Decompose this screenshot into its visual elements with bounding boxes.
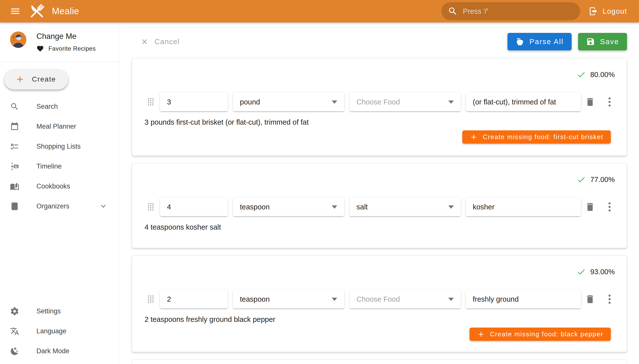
user-profile[interactable]: Change Me Favorite Recipes [0, 22, 119, 52]
sidebar-item-dark-mode[interactable]: Dark Mode [0, 341, 119, 361]
kebab-icon [604, 96, 615, 108]
ingredient-card-partial [132, 359, 627, 364]
logout-label: Logout [602, 7, 627, 16]
app-title: Mealie [52, 6, 79, 16]
create-missing-food-label: Create missing food: first-cut brisket [483, 133, 603, 141]
confidence-value: 80.00% [590, 70, 615, 79]
sidebar-item-organizers[interactable]: Organizers [0, 196, 119, 216]
search-input[interactable] [463, 7, 574, 16]
save-label: Save [600, 38, 619, 46]
logout-button[interactable]: Logout [589, 6, 627, 16]
drag-handle[interactable] [147, 98, 154, 106]
ingredient-card: 77.00% teaspoon [132, 163, 627, 248]
ingredient-fields-row: pound Choose Food [132, 93, 627, 111]
user-info: Change Me Favorite Recipes [37, 32, 96, 52]
sidebar-item-settings[interactable]: Settings [0, 301, 119, 321]
favorite-recipes-link[interactable]: Favorite Recipes [37, 45, 96, 52]
quantity-input[interactable] [167, 295, 221, 304]
delete-ingredient-button[interactable] [584, 292, 596, 306]
drag-handle[interactable] [147, 203, 154, 212]
food-value: salt [356, 203, 368, 211]
search-icon [10, 102, 19, 111]
food-select[interactable]: salt [349, 198, 461, 216]
chevron-down-icon [99, 202, 108, 211]
save-icon [586, 37, 595, 46]
header-search[interactable] [441, 2, 580, 20]
unit-value: teaspoon [240, 295, 270, 304]
check-icon [577, 70, 586, 79]
sidebar-item-shopping-lists[interactable]: Shopping Lists [0, 136, 119, 156]
check-icon [577, 267, 586, 276]
translate-icon [10, 326, 19, 336]
sidebar-nav: Search Meal Planner Shopping Lists [0, 96, 119, 216]
cancel-button[interactable]: Cancel [140, 38, 180, 46]
ingredient-menu-button[interactable] [603, 200, 616, 214]
kebab-icon [604, 201, 615, 213]
apple-icon [515, 37, 524, 46]
trash-icon [585, 97, 595, 107]
unit-select[interactable]: teaspoon [233, 198, 344, 216]
confidence-row: 80.00% [132, 70, 627, 79]
parse-all-button[interactable]: Parse All [507, 33, 572, 50]
dropdown-arrow-icon [448, 206, 454, 209]
confidence-value: 93.00% [590, 268, 615, 276]
sidebar-item-timeline[interactable]: Timeline [0, 156, 119, 176]
app-header: Mealie Logout [0, 0, 639, 22]
note-field[interactable] [466, 290, 581, 308]
ingredient-card: 80.00% pound [132, 58, 627, 156]
quantity-field[interactable] [160, 290, 228, 308]
create-missing-food-button[interactable]: Create missing food: first-cut brisket [462, 130, 611, 144]
hamburger-menu-button[interactable] [9, 5, 22, 18]
user-name: Change Me [37, 32, 96, 41]
sidebar-item-label: Language [37, 327, 66, 335]
food-select[interactable]: Choose Food [349, 93, 461, 111]
confidence-row: 93.00% [132, 267, 627, 276]
note-input[interactable] [473, 295, 574, 304]
sidebar-item-label: Meal Planner [37, 123, 76, 130]
quantity-field[interactable] [160, 93, 228, 111]
sidebar-item-search[interactable]: Search [0, 96, 119, 116]
note-input[interactable] [473, 203, 574, 211]
delete-ingredient-button[interactable] [584, 95, 596, 109]
sidebar-item-cookbooks[interactable]: Cookbooks [0, 176, 119, 196]
food-select[interactable]: Choose Food [349, 290, 461, 308]
note-input[interactable] [473, 98, 574, 106]
ingredient-menu-button[interactable] [603, 292, 616, 306]
timeline-icon [10, 162, 19, 171]
ingredient-cards: 80.00% pound [132, 58, 627, 364]
drag-handle[interactable] [147, 295, 154, 304]
unit-select[interactable]: teaspoon [233, 290, 344, 308]
trash-icon [585, 202, 595, 212]
unit-select[interactable]: pound [233, 93, 344, 111]
favorite-recipes-label: Favorite Recipes [48, 45, 96, 52]
quantity-field[interactable] [160, 198, 228, 216]
create-missing-food-button[interactable]: Create missing food: black pepper [470, 328, 611, 341]
avatar[interactable] [10, 32, 27, 48]
note-field[interactable] [466, 93, 581, 111]
sidebar: Change Me Favorite Recipes Create [0, 22, 119, 364]
delete-ingredient-button[interactable] [584, 200, 596, 214]
food-placeholder: Choose Food [356, 98, 400, 106]
ingredient-menu-button[interactable] [603, 95, 616, 109]
drawers-icon [10, 202, 19, 211]
sidebar-item-meal-planner[interactable]: Meal Planner [0, 116, 119, 136]
ingredient-fields-row: teaspoon salt [132, 198, 627, 216]
original-ingredient-text: 3 pounds first-cut brisket (or flat-cut)… [144, 118, 627, 126]
sidebar-divider [0, 61, 119, 62]
note-field[interactable] [466, 198, 581, 216]
parse-all-label: Parse All [529, 38, 564, 46]
sidebar-item-label: Organizers [37, 202, 69, 210]
save-button[interactable]: Save [578, 33, 627, 50]
main-content: Cancel Parse All Save [119, 22, 639, 364]
gear-icon [10, 307, 19, 316]
hamburger-menu-icon [10, 6, 21, 17]
cancel-label: Cancel [154, 38, 180, 46]
content-top-divider [127, 28, 627, 28]
logout-icon [589, 6, 598, 16]
quantity-input[interactable] [167, 98, 221, 106]
dropdown-arrow-icon [448, 298, 454, 301]
sidebar-item-language[interactable]: Language [0, 321, 119, 341]
quantity-input[interactable] [167, 203, 221, 211]
create-missing-food-label: Create missing food: black pepper [490, 330, 603, 338]
create-button[interactable]: Create [4, 69, 68, 90]
